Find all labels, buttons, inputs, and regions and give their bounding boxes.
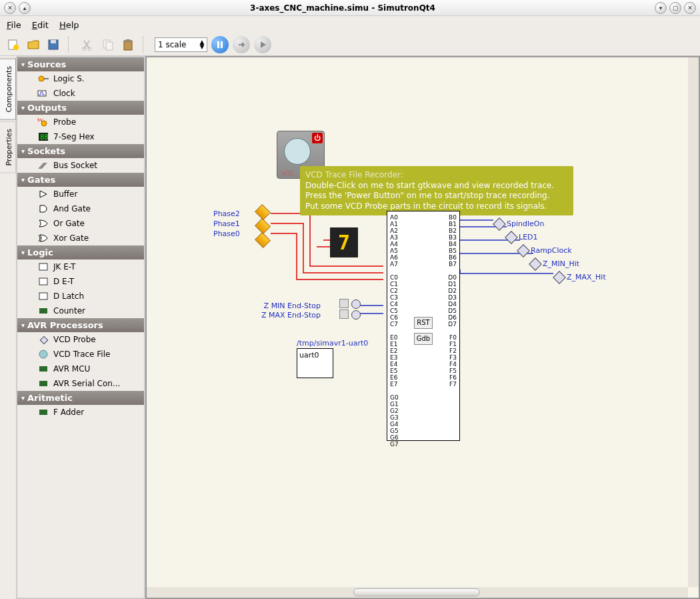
label-spindleon: SpindleOn bbox=[507, 219, 544, 228]
endstop-switches bbox=[339, 299, 361, 320]
tree-item-d-latch[interactable]: D Latch bbox=[17, 289, 144, 304]
mcu-rst-button[interactable]: RST bbox=[414, 317, 433, 329]
switch-zmin[interactable] bbox=[339, 299, 349, 308]
minimize-button[interactable]: ▾ bbox=[655, 2, 667, 14]
chip-icon bbox=[37, 408, 49, 417]
tree-item-vcd-probe[interactable]: VCD Probe bbox=[17, 332, 144, 347]
svg-rect-25 bbox=[39, 366, 47, 372]
window-shade-button[interactable]: ▴ bbox=[19, 2, 31, 14]
svg-rect-20 bbox=[39, 278, 47, 285]
svg-rect-14 bbox=[38, 91, 46, 96]
svg-rect-27 bbox=[39, 410, 47, 415]
copy-button[interactable] bbox=[100, 37, 116, 53]
svg-rect-3 bbox=[51, 40, 56, 43]
uart-box[interactable]: uart0 bbox=[297, 348, 333, 378]
tree-item-and-gate[interactable]: And Gate bbox=[17, 201, 144, 216]
tree-item-vcd-trace[interactable]: VCD Trace File bbox=[17, 347, 144, 362]
cat-aritmetic[interactable]: Aritmetic bbox=[17, 391, 144, 405]
led-phase1[interactable] bbox=[255, 218, 271, 234]
paste-button[interactable] bbox=[120, 37, 136, 53]
svg-point-16 bbox=[41, 121, 47, 126]
new-file-button[interactable] bbox=[5, 37, 21, 53]
flipflop-icon bbox=[37, 291, 49, 301]
svg-rect-22 bbox=[39, 308, 47, 314]
canvas-scrollbar-horizontal[interactable] bbox=[147, 587, 688, 598]
endstop-labels: Z MIN End-Stop Z MAX End-Stop bbox=[261, 302, 321, 320]
cat-sockets[interactable]: Sockets bbox=[17, 144, 144, 158]
tree-item-buffer[interactable]: Buffer bbox=[17, 187, 144, 201]
tree-item-avr-serial[interactable]: AVR Serial Con... bbox=[17, 376, 144, 391]
cat-gates[interactable]: Gates bbox=[17, 173, 144, 187]
close-button[interactable]: ✕ bbox=[684, 2, 696, 14]
svg-rect-10 bbox=[217, 41, 219, 48]
toolbar: 1 scale ▲▼ bbox=[0, 33, 700, 56]
tab-properties[interactable]: Properties bbox=[0, 121, 16, 173]
cat-logic[interactable]: Logic bbox=[17, 245, 144, 259]
vcd-power-button[interactable]: ⏻ bbox=[312, 133, 323, 143]
switch-zmax[interactable] bbox=[339, 310, 349, 319]
canvas-scrollbar-vertical[interactable] bbox=[688, 57, 699, 587]
cat-avr[interactable]: AVR Processors bbox=[17, 318, 144, 332]
svg-rect-23 bbox=[40, 336, 47, 344]
flipflop-icon bbox=[37, 277, 49, 286]
sim-pause-button[interactable] bbox=[211, 36, 229, 53]
uart-path-label: /tmp/simavr1-uart0 bbox=[297, 339, 368, 348]
avr-mcu-chip[interactable]: A0 A1 A2 A3 A4 A5 A6 A7 C0 C1 C2 C3 C4 C… bbox=[387, 211, 460, 441]
and-gate-icon bbox=[37, 204, 49, 213]
tooltip-line: Press the 'Power Button" on me to start/… bbox=[305, 191, 568, 201]
tree-item-probe[interactable]: 5VProbe bbox=[17, 115, 144, 129]
vcd-probe-icon bbox=[37, 335, 49, 344]
tree-item-f-adder[interactable]: F Adder bbox=[17, 405, 144, 420]
scroll-thumb[interactable] bbox=[353, 588, 480, 596]
menu-edit[interactable]: Edit bbox=[32, 20, 49, 30]
label-phase2: Phase2 bbox=[213, 209, 240, 219]
tree-item-clock[interactable]: Clock bbox=[17, 86, 144, 101]
led-phase2[interactable] bbox=[255, 204, 271, 220]
logic-s-icon bbox=[37, 74, 49, 83]
save-file-button[interactable] bbox=[45, 37, 61, 53]
mcu-gdb-button[interactable]: Gdb bbox=[414, 333, 433, 345]
tree-item-avr-mcu[interactable]: AVR MCU bbox=[17, 362, 144, 376]
tree-item-7seg[interactable]: 887-Seg Hex bbox=[17, 129, 144, 144]
vcd-label: VCD... bbox=[281, 171, 298, 177]
xor-gate-icon bbox=[37, 233, 49, 243]
tree-item-counter[interactable]: Counter bbox=[17, 304, 144, 318]
open-file-button[interactable] bbox=[25, 37, 41, 53]
svg-rect-9 bbox=[126, 39, 130, 42]
endstop-node-icon bbox=[351, 310, 361, 320]
tree-item-logic-s[interactable]: Logic S. bbox=[17, 71, 144, 86]
mcu-pins-left: A0 A1 A2 A3 A4 A5 A6 A7 C0 C1 C2 C3 C4 C… bbox=[390, 214, 399, 448]
menubar: File Edit Help bbox=[0, 16, 700, 33]
tree-item-xor-gate[interactable]: Xor Gate bbox=[17, 231, 144, 245]
tree-item-d-et[interactable]: D E-T bbox=[17, 274, 144, 289]
tree-item-or-gate[interactable]: Or Gate bbox=[17, 216, 144, 231]
svg-rect-26 bbox=[39, 381, 47, 386]
probe-icon bbox=[553, 271, 566, 284]
svg-rect-8 bbox=[124, 41, 132, 50]
svg-rect-7 bbox=[106, 42, 113, 50]
side-tab-strip: Components Properties bbox=[0, 56, 16, 599]
scale-selector[interactable]: 1 scale ▲▼ bbox=[155, 37, 207, 52]
tree-item-bus-socket[interactable]: Bus Socket bbox=[17, 158, 144, 173]
sim-step-button[interactable] bbox=[233, 36, 250, 53]
endstop-node-icon bbox=[351, 300, 361, 309]
window-menu-button[interactable]: ✕ bbox=[4, 2, 16, 14]
menu-file[interactable]: File bbox=[7, 20, 21, 30]
tab-components[interactable]: Components bbox=[0, 59, 16, 120]
probe-icon bbox=[517, 244, 530, 257]
menu-help[interactable]: Help bbox=[59, 20, 79, 30]
chip-icon bbox=[37, 306, 49, 316]
cat-sources[interactable]: Sources bbox=[17, 57, 144, 71]
uart-name: uart0 bbox=[299, 351, 319, 360]
sim-run-button[interactable] bbox=[254, 36, 271, 53]
tooltip-line: Double-Click on me to start gtkwave and … bbox=[305, 181, 568, 191]
seven-seg-display[interactable]: 7 bbox=[330, 227, 358, 257]
led-phase0[interactable] bbox=[255, 232, 271, 248]
schematic-canvas[interactable]: ⏻ VCD... VCD Trace File Recorder: Double… bbox=[145, 56, 700, 599]
svg-point-24 bbox=[39, 350, 47, 358]
cut-button[interactable] bbox=[80, 37, 96, 53]
tree-item-jk-et[interactable]: JK E-T bbox=[17, 259, 144, 274]
maximize-button[interactable]: ▢ bbox=[669, 2, 681, 14]
cat-outputs[interactable]: Outputs bbox=[17, 101, 144, 115]
chip-icon bbox=[37, 364, 49, 374]
